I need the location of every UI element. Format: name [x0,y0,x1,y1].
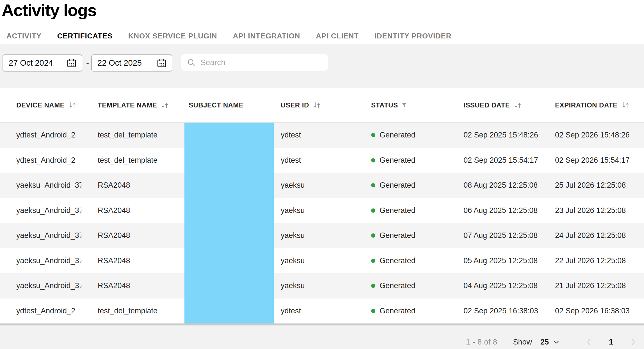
status-dot [371,133,375,137]
status-cell: Generated [355,281,447,290]
column-header-template-name[interactable]: TEMPLATE NAME [81,101,172,109]
user-id-cell: yaeksu [264,231,355,240]
previous-page-button[interactable] [585,338,593,346]
horizontal-scrollbar[interactable] [0,323,644,325]
chevron-right-icon [629,338,637,346]
table-row[interactable]: yaeksu_Android_37 RSA2048 yaeksu Generat… [0,273,644,299]
date-from-field[interactable] [3,54,82,72]
status-cell: Generated [355,231,447,240]
tab-certificates[interactable]: CERTIFICATES [57,32,113,40]
device-name-cell: ydtest_Android_2 [0,307,81,315]
user-id-cell: yaeksu [264,206,355,215]
table-row[interactable]: yaeksu_Android_37 RSA2048 yaeksu Generat… [0,173,644,198]
expiration-date-cell: 25 Jul 2026 12:25:08 [539,181,644,190]
template-name-cell: RSA2048 [81,206,172,215]
tab-api-client[interactable]: API CLIENT [316,32,358,40]
page-title: Activity logs [2,1,96,20]
table-row[interactable]: yaeksu_Android_37 RSA2048 yaeksu Generat… [0,248,644,274]
subject-name-redaction-overlay [184,123,274,323]
user-id-cell: ydtest [264,131,355,139]
certificates-table: DEVICE NAME TEMPLATE NAME SUBJECT NAME U… [0,88,644,325]
show-label: Show [513,338,532,346]
search-input[interactable] [200,58,322,67]
tab-identity-provider[interactable]: IDENTITY PROVIDER [374,32,452,40]
device-name-cell: yaeksu_Android_37 [0,256,81,265]
chevron-left-icon [585,338,593,346]
status-dot [371,158,375,162]
template-name-cell: RSA2048 [81,256,172,265]
issued-date-cell: 08 Aug 2025 12:25:08 [447,181,539,190]
expiration-date-cell: 22 Jul 2026 12:25:08 [539,256,644,265]
issued-date-cell: 04 Aug 2025 12:25:08 [447,281,539,290]
status-dot [371,309,375,313]
status-dot [371,183,375,187]
calendar-icon[interactable] [67,58,77,68]
activity-logs-page: Activity logs ACTIVITY CERTIFICATES KNOX… [0,0,644,349]
status-cell: Generated [355,156,447,165]
status-cell: Generated [355,181,447,190]
issued-date-cell: 06 Aug 2025 12:25:08 [447,206,539,215]
sort-icon[interactable] [622,101,629,109]
status-dot [371,208,375,213]
column-header-issued-date[interactable]: ISSUED DATE [447,101,539,109]
table-body: ydtest_Android_2 test_del_template ydtes… [0,123,644,323]
issued-date-cell: 02 Sep 2025 15:54:17 [447,156,539,165]
expiration-date-cell: 24 Jul 2026 12:25:08 [539,231,644,240]
status-dot [371,233,375,238]
date-to-field[interactable] [91,54,172,72]
template-name-cell: RSA2048 [81,281,172,290]
column-header-expiration-date[interactable]: EXPIRATION DATE [539,101,644,109]
template-name-cell: test_del_template [81,307,172,315]
sort-icon[interactable] [514,101,522,109]
status-cell: Generated [355,307,447,315]
user-id-cell: ydtest [264,307,355,315]
next-page-button[interactable] [629,338,637,346]
template-name-cell: test_del_template [81,156,172,165]
template-name-cell: RSA2048 [81,181,172,190]
tab-knox-service-plugin[interactable]: KNOX SERVICE PLUGIN [128,32,217,40]
calendar-icon[interactable] [157,58,167,68]
status-dot [371,284,375,288]
search-field[interactable] [181,54,328,71]
column-header-device-name[interactable]: DEVICE NAME [0,101,81,109]
search-icon [187,58,195,67]
table-row[interactable]: yaeksu_Android_37 RSA2048 yaeksu Generat… [0,198,644,223]
issued-date-cell: 07 Aug 2025 12:25:08 [447,231,539,240]
column-header-status[interactable]: STATUS [355,101,447,109]
sort-icon[interactable] [68,101,76,109]
table-row[interactable]: ydtest_Android_2 test_del_template ydtes… [0,299,644,324]
expiration-date-cell: 02 Sep 2026 15:54:17 [539,156,644,165]
status-cell: Generated [355,206,447,215]
column-header-user-id[interactable]: USER ID [264,101,355,109]
expiration-date-cell: 21 Jul 2026 12:25:08 [539,281,644,290]
tab-activity[interactable]: ACTIVITY [6,32,42,40]
expiration-date-cell: 02 Sep 2026 15:48:26 [539,131,644,139]
table-row[interactable]: yaeksu_Android_37 RSA2048 yaeksu Generat… [0,223,644,248]
date-from-input[interactable] [9,58,56,68]
page-size-dropdown[interactable]: 25 [540,338,559,346]
device-name-cell: ydtest_Android_2 [0,156,81,165]
issued-date-cell: 02 Sep 2025 15:48:26 [447,131,539,139]
date-range-separator: - [84,54,91,72]
template-name-cell: test_del_template [81,131,172,139]
tab-bar: ACTIVITY CERTIFICATES KNOX SERVICE PLUGI… [0,29,644,43]
sort-icon[interactable] [161,101,169,109]
table-header-row: DEVICE NAME TEMPLATE NAME SUBJECT NAME U… [0,88,644,123]
pagination-bar: 1 - 8 of 8 Show 25 1 [466,335,637,349]
status-dot [371,259,375,263]
table-row[interactable]: ydtest_Android_2 test_del_template ydtes… [0,123,644,148]
device-name-cell: yaeksu_Android_37 [0,181,81,190]
user-id-cell: yaeksu [264,181,355,190]
issued-date-cell: 02 Sep 2025 16:38:03 [447,307,539,315]
user-id-cell: yaeksu [264,281,355,290]
user-id-cell: ydtest [264,156,355,165]
column-header-subject-name: SUBJECT NAME [172,101,264,109]
table-row[interactable]: ydtest_Android_2 test_del_template ydtes… [0,148,644,173]
date-to-input[interactable] [97,58,145,68]
user-id-cell: yaeksu [264,256,355,265]
expiration-date-cell: 02 Sep 2026 16:38:03 [539,307,644,315]
tab-api-integration[interactable]: API INTEGRATION [233,32,300,40]
sort-icon[interactable] [313,101,321,109]
page-number[interactable]: 1 [609,338,613,346]
filter-icon[interactable] [402,103,407,108]
